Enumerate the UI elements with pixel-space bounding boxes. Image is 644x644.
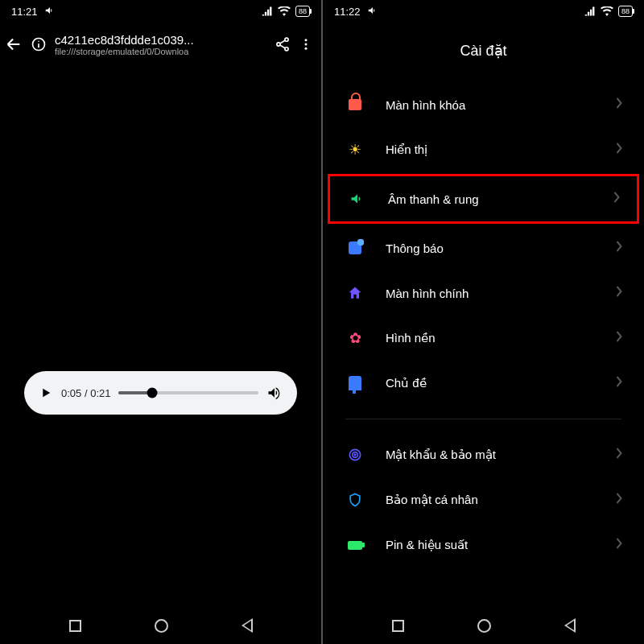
settings-row-label: Pin & hiệu suất xyxy=(386,538,616,552)
status-time: 11:22 xyxy=(334,6,361,18)
settings-row-battery[interactable]: Pin & hiệu suất xyxy=(328,522,639,568)
site-info-icon[interactable] xyxy=(31,36,47,52)
chevron-right-icon xyxy=(616,286,623,300)
chevron-right-icon xyxy=(616,331,623,345)
settings-row-label: Mật khẩu & bảo mật xyxy=(386,448,616,462)
settings-row-display[interactable]: ☀Hiển thị xyxy=(328,127,639,172)
home-button[interactable] xyxy=(477,619,491,633)
total-time: 0:21 xyxy=(90,387,110,399)
settings-row-privacy[interactable]: Bảo mật cá nhân xyxy=(328,477,639,522)
url-block[interactable]: c4211ec8d3fddde1c039... file:///storage/… xyxy=(55,33,266,56)
share-button[interactable] xyxy=(275,36,291,52)
notification-icon xyxy=(345,238,365,258)
battery-indicator: 88 xyxy=(618,6,633,17)
svg-point-8 xyxy=(305,47,308,50)
settings-divider xyxy=(345,419,621,419)
browser-top-bar: c4211ec8d3fddde1c039... file:///storage/… xyxy=(0,23,321,66)
status-bar: 11:22 88 xyxy=(323,0,644,23)
audio-player: 0:05 / 0:21 xyxy=(24,371,297,415)
browser-audio-screen: 11:21 88 c4211ec8d3fddde1c039... file://… xyxy=(0,0,321,644)
settings-title: Cài đặt xyxy=(323,23,644,82)
chevron-right-icon xyxy=(613,192,621,206)
sound-icon xyxy=(348,189,367,208)
chevron-right-icon xyxy=(616,448,623,462)
svg-point-11 xyxy=(354,454,356,456)
lock-icon xyxy=(345,95,365,114)
system-nav-bar xyxy=(323,607,644,644)
volume-icon xyxy=(367,5,378,19)
wifi-icon xyxy=(278,6,291,16)
wifi-icon xyxy=(601,6,613,16)
back-button[interactable] xyxy=(5,35,23,53)
recents-button[interactable] xyxy=(392,620,404,632)
chevron-right-icon xyxy=(616,97,623,112)
audio-player-area: 0:05 / 0:21 xyxy=(0,122,321,644)
settings-screen: 11:22 88 Cài đặt Màn hình khóa☀Hiển thịÂ… xyxy=(323,0,644,644)
signal-icon xyxy=(262,6,273,16)
settings-row-label: Âm thanh & rung xyxy=(388,192,613,206)
back-button-nav[interactable] xyxy=(242,618,253,633)
settings-row-home[interactable]: Màn hình chính xyxy=(328,270,639,316)
page-title: c4211ec8d3fddde1c039... xyxy=(55,33,266,47)
settings-row-label: Bảo mật cá nhân xyxy=(386,493,616,507)
seek-thumb[interactable] xyxy=(147,388,158,398)
status-time: 11:21 xyxy=(11,6,38,18)
settings-row-theme[interactable]: Chủ đề xyxy=(328,361,639,406)
status-bar: 11:21 88 xyxy=(0,0,321,23)
chevron-right-icon xyxy=(616,241,623,255)
chevron-right-icon xyxy=(616,493,623,507)
settings-row-wall[interactable]: ✿Hình nền xyxy=(328,316,639,361)
shield-icon xyxy=(345,490,365,510)
seek-bar[interactable] xyxy=(118,391,258,394)
chevron-right-icon xyxy=(616,142,623,157)
volume-button[interactable] xyxy=(266,385,283,401)
settings-row-label: Hiển thị xyxy=(386,142,616,157)
settings-row-sound[interactable]: Âm thanh & rung xyxy=(328,174,639,224)
overflow-menu-button[interactable] xyxy=(299,36,313,52)
settings-row-security[interactable]: Mật khẩu & bảo mật xyxy=(328,432,639,477)
back-button-nav[interactable] xyxy=(564,618,576,633)
volume-icon xyxy=(44,5,56,19)
theme-icon xyxy=(345,374,365,393)
fingerprint-icon xyxy=(345,445,365,464)
settings-row-lock[interactable]: Màn hình khóa xyxy=(328,82,639,127)
battery-indicator: 88 xyxy=(295,6,310,17)
settings-row-label: Hình nền xyxy=(386,331,616,345)
home-icon xyxy=(345,283,365,303)
svg-point-6 xyxy=(305,39,308,41)
chevron-right-icon xyxy=(616,376,623,390)
svg-point-2 xyxy=(38,40,39,42)
battery-icon xyxy=(345,535,365,555)
settings-row-label: Màn hình chính xyxy=(386,287,616,300)
settings-row-label: Thông báo xyxy=(386,242,616,255)
wallpaper-icon: ✿ xyxy=(345,328,365,348)
settings-list[interactable]: Màn hình khóa☀Hiển thịÂm thanh & rungThô… xyxy=(323,82,644,607)
status-icons: 88 xyxy=(262,6,310,17)
settings-row-label: Chủ đề xyxy=(386,376,616,390)
sun-icon: ☀ xyxy=(345,140,365,159)
status-icons: 88 xyxy=(584,6,633,17)
signal-icon xyxy=(584,6,596,16)
settings-row-label: Màn hình khóa xyxy=(386,98,616,112)
current-time: 0:05 xyxy=(61,387,81,399)
chevron-right-icon xyxy=(616,538,623,552)
settings-row-noti[interactable]: Thông báo xyxy=(328,225,639,270)
page-url: file:///storage/emulated/0/Downloa xyxy=(55,47,266,56)
play-button[interactable] xyxy=(39,386,53,400)
svg-point-7 xyxy=(305,43,308,46)
time-display: 0:05 / 0:21 xyxy=(61,387,110,399)
